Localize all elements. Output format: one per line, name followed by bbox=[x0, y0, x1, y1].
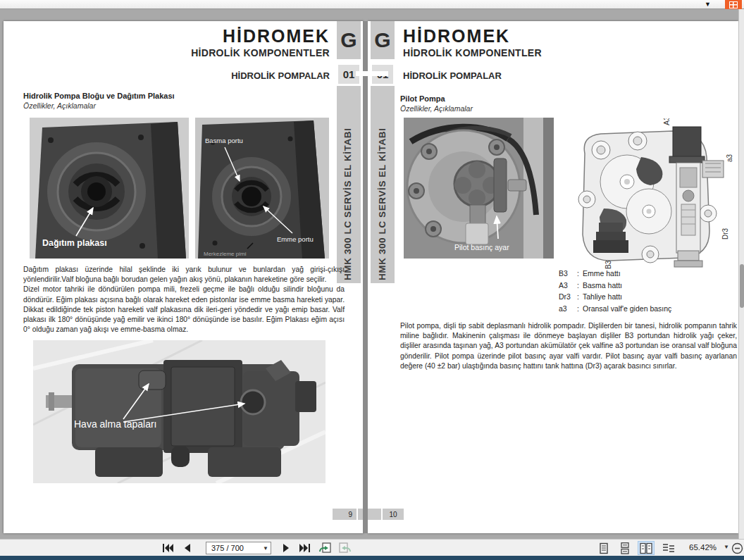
spine-connector bbox=[356, 71, 388, 76]
photo2-caption-bottom: Emme portu bbox=[277, 235, 314, 243]
page-number-value: 375 / 700 bbox=[206, 544, 261, 552]
diagram-label-Dr3: Dr3 bbox=[721, 228, 729, 239]
viewer-toolbar: 375 / 700 ▼ bbox=[0, 539, 744, 556]
page-left: HİDROMEK HİDROLİK KOMPONENTLER HİDROLİK … bbox=[4, 21, 364, 533]
topic-title: Pilot Pompa bbox=[400, 94, 445, 103]
paragraph-1: Dağıtım plakası üzerinde hilal şeklinde … bbox=[23, 265, 345, 285]
browser-top-bar: ▼ bbox=[0, 0, 744, 9]
legend-row: a3 : Oransal valf'e giden basınç bbox=[559, 304, 671, 313]
photo2-caption-top: Basma portu bbox=[205, 137, 243, 144]
zoom-level-value[interactable]: 65.42% bbox=[689, 543, 717, 552]
topic-title: Hidrolik Pompa Bloğu ve Dağıtım Plakası bbox=[23, 92, 175, 100]
page-number-left: 9 bbox=[333, 509, 356, 520]
spine-title: HMK 300 LC SERVİS EL KİTABI bbox=[342, 128, 353, 281]
single-page-layout-button[interactable] bbox=[595, 541, 612, 555]
legend-separator: : bbox=[577, 304, 583, 313]
pilot-pump-diagram: A3 a3 Dr3 B3 bbox=[567, 118, 736, 272]
continuous-layout-button[interactable] bbox=[616, 541, 633, 555]
section-title: HİDROLİK POMPALAR bbox=[231, 70, 330, 81]
port-legend: B3 : Emme hattı A3 : Basma hattı Dr3 : T… bbox=[559, 269, 671, 316]
spine-title: HMK 300 LC SERVİS EL KİTABI bbox=[377, 128, 388, 281]
zoom-out-button[interactable] bbox=[730, 542, 744, 554]
vertical-scrollbar[interactable] bbox=[738, 9, 744, 539]
photo-pump-ports: Basma portu Emme portu Merkezleme pimi bbox=[195, 118, 329, 259]
photo-distribution-plate: Dağıtım plakası bbox=[30, 118, 189, 259]
first-page-button[interactable] bbox=[161, 542, 175, 554]
dropdown-caret-icon[interactable]: ▼ bbox=[705, 0, 711, 8]
photo1-caption: Dağıtım plakası bbox=[42, 238, 107, 248]
next-view-button[interactable] bbox=[337, 542, 352, 554]
legend-key: Dr3 bbox=[559, 292, 577, 301]
status-strip bbox=[0, 556, 744, 560]
photo3-caption: Hava alma tapaları bbox=[74, 418, 157, 430]
last-page-button[interactable] bbox=[297, 542, 311, 554]
legend-separator: : bbox=[577, 269, 583, 278]
legend-label: Tahliye hattı bbox=[583, 292, 622, 301]
pilot-photo-caption: Pilot basınç ayar bbox=[454, 243, 509, 251]
previous-view-button[interactable] bbox=[317, 542, 333, 554]
legend-key: B3 bbox=[559, 269, 577, 278]
tab-divider bbox=[371, 59, 395, 63]
page-number-right: 10 bbox=[383, 509, 404, 520]
photo-pilot-pump: Pilot basınç ayar bbox=[404, 118, 554, 259]
facing-layout-button[interactable] bbox=[638, 541, 655, 555]
brand-logo: HİDROMEK bbox=[191, 27, 330, 45]
section-letter-tab: G bbox=[371, 21, 395, 59]
pdf-canvas: HİDROMEK HİDROLİK KOMPONENTLER HİDROLİK … bbox=[0, 9, 744, 539]
extension-icon[interactable] bbox=[725, 0, 742, 9]
page-number-input[interactable]: 375 / 700 ▼ bbox=[206, 542, 271, 554]
photo-main-pump: Hava alma tapaları bbox=[33, 340, 326, 483]
continuous-facing-layout-button[interactable] bbox=[660, 541, 677, 555]
body-paragraphs: Dağıtım plakası üzerinde hilal şeklinde … bbox=[23, 265, 345, 335]
brand-logo: HİDROMEK bbox=[403, 27, 542, 45]
section-title: HİDROLİK POMPALAR bbox=[403, 70, 502, 81]
photo2-caption-pin: Merkezleme pimi bbox=[204, 251, 247, 257]
tab-divider bbox=[337, 59, 361, 63]
previous-page-button[interactable] bbox=[180, 542, 194, 554]
page-spine bbox=[363, 21, 368, 533]
app-window: ▼ HİDROMEK HİDROLİK KOMPONENTLER HİDROLİ… bbox=[0, 0, 744, 560]
zoom-dropdown-icon[interactable]: ▼ bbox=[724, 544, 729, 550]
legend-row: A3 : Basma hattı bbox=[559, 281, 671, 290]
grid-glyph-icon bbox=[729, 1, 738, 8]
topic-subtitle: Özellikler, Açıklamalar bbox=[23, 101, 96, 110]
header-subtitle: HİDROLİK KOMPONENTLER bbox=[403, 47, 542, 58]
page-header: HİDROMEK HİDROLİK KOMPONENTLER bbox=[403, 27, 542, 58]
legend-label: Emme hattı bbox=[583, 269, 621, 278]
legend-separator: : bbox=[577, 292, 583, 301]
page-right: HİDROMEK HİDROLİK KOMPONENTLER HİDROLİK … bbox=[368, 21, 738, 533]
next-page-button[interactable] bbox=[279, 542, 293, 554]
body-paragraph: Pilot pompa, dişli tip sabit deplasmanlı… bbox=[400, 321, 737, 371]
diagram-label-a3: a3 bbox=[726, 154, 733, 162]
legend-separator: : bbox=[577, 281, 583, 290]
page-number-spacer bbox=[358, 509, 381, 520]
section-letter-tab: G bbox=[337, 21, 361, 59]
diagram-label-A3: A3 bbox=[662, 118, 671, 125]
diagram-label-B3: B3 bbox=[604, 260, 612, 269]
paragraph-2: Dizel motor tahriki ile döndürülen pompa… bbox=[23, 285, 345, 335]
page-input-dropdown-icon[interactable]: ▼ bbox=[261, 542, 271, 554]
scrollbar-thumb[interactable] bbox=[740, 264, 744, 308]
legend-label: Basma hattı bbox=[583, 281, 622, 290]
legend-key: a3 bbox=[559, 304, 577, 313]
legend-key: A3 bbox=[559, 281, 577, 290]
legend-row: Dr3 : Tahliye hattı bbox=[559, 292, 671, 301]
topic-subtitle: Özellikler, Açıklamalar bbox=[400, 104, 473, 113]
legend-row: B3 : Emme hattı bbox=[559, 269, 671, 278]
page-header: HİDROMEK HİDROLİK KOMPONENTLER bbox=[191, 27, 330, 58]
legend-label: Oransal valf'e giden basınç bbox=[583, 304, 671, 313]
header-subtitle: HİDROLİK KOMPONENTLER bbox=[191, 47, 330, 58]
